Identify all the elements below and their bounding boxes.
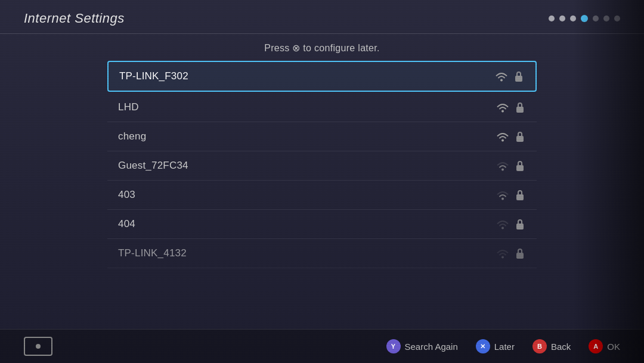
wifi-icon xyxy=(496,219,509,229)
network-name: 403 xyxy=(118,189,135,201)
svg-rect-11 xyxy=(516,224,524,229)
x-button-icon: ✕ xyxy=(476,339,490,353)
dot-4 xyxy=(581,15,588,22)
network-icons xyxy=(496,218,526,230)
network-item[interactable]: TP-LINK_F302 xyxy=(107,61,537,92)
dot-7 xyxy=(614,15,620,21)
lock-icon xyxy=(515,160,526,172)
network-name: TP-LINK_F302 xyxy=(119,70,188,82)
back-label: Back xyxy=(551,342,571,352)
lock-icon xyxy=(515,189,526,201)
wifi-icon xyxy=(495,71,508,82)
header: Internet Settings xyxy=(0,0,644,34)
network-name: cheng xyxy=(118,131,146,142)
network-item[interactable]: 404 xyxy=(107,210,537,239)
dot-5 xyxy=(593,15,599,21)
network-icons xyxy=(496,101,526,113)
svg-rect-5 xyxy=(516,136,524,142)
wifi-icon xyxy=(496,248,509,259)
wifi-icon xyxy=(496,160,509,171)
svg-point-10 xyxy=(501,227,504,229)
bottom-bar: Y Search Again ✕ Later B Back A OK xyxy=(0,329,644,363)
network-item[interactable]: LHD xyxy=(107,93,537,122)
lock-icon xyxy=(515,247,526,259)
bottom-left xyxy=(24,337,52,356)
wifi-icon xyxy=(496,131,509,142)
later-label: Later xyxy=(494,342,515,352)
ok-label: OK xyxy=(607,342,620,352)
search-again-label: Search Again xyxy=(405,342,458,352)
network-icons xyxy=(496,189,526,201)
dot-2 xyxy=(559,15,565,21)
svg-point-0 xyxy=(500,79,503,82)
lock-icon xyxy=(515,101,526,113)
network-name: Guest_72FC34 xyxy=(118,160,188,172)
svg-rect-13 xyxy=(516,253,524,259)
network-list: TP-LINK_F302 LHD cheng xyxy=(0,60,644,329)
page-title: Internet Settings xyxy=(24,11,125,26)
network-icons xyxy=(495,70,525,82)
svg-rect-3 xyxy=(516,107,524,113)
network-name: 404 xyxy=(118,218,135,230)
svg-point-2 xyxy=(501,110,504,113)
network-item[interactable]: TP-LINK_4132 xyxy=(107,239,537,268)
network-item[interactable]: 403 xyxy=(107,181,537,210)
bottom-actions: Y Search Again ✕ Later B Back A OK xyxy=(386,339,620,353)
svg-point-6 xyxy=(501,169,504,171)
step-dots xyxy=(549,15,620,22)
console-icon xyxy=(24,337,52,356)
network-item[interactable]: Guest_72FC34 xyxy=(107,151,537,181)
network-name: TP-LINK_4132 xyxy=(118,247,187,259)
svg-rect-1 xyxy=(515,76,522,82)
lock-icon xyxy=(514,70,525,82)
svg-point-4 xyxy=(501,139,504,142)
b-button-icon: B xyxy=(532,339,547,353)
network-item[interactable]: cheng xyxy=(107,122,537,151)
svg-point-8 xyxy=(501,198,504,200)
network-icons xyxy=(496,247,526,259)
ok-button[interactable]: A OK xyxy=(589,339,620,353)
svg-rect-9 xyxy=(516,194,524,200)
svg-point-12 xyxy=(501,256,504,259)
svg-rect-7 xyxy=(516,165,524,171)
network-name: LHD xyxy=(118,101,139,113)
dot-1 xyxy=(549,15,555,21)
later-button[interactable]: ✕ Later xyxy=(476,339,515,353)
back-button[interactable]: B Back xyxy=(532,339,571,353)
wifi-icon xyxy=(496,102,509,113)
search-again-button[interactable]: Y Search Again xyxy=(386,339,458,353)
subtitle: Press ⊗ to configure later. xyxy=(0,34,644,60)
network-icons xyxy=(496,160,526,172)
dot-6 xyxy=(603,15,609,21)
screen: Internet Settings Press ⊗ to configure l… xyxy=(0,0,644,363)
dot-3 xyxy=(570,15,576,21)
network-icons xyxy=(496,131,526,142)
lock-icon xyxy=(515,218,526,230)
lock-icon xyxy=(515,131,526,142)
y-button-icon: Y xyxy=(386,339,401,353)
a-button-icon: A xyxy=(589,339,603,353)
wifi-icon xyxy=(496,190,509,200)
